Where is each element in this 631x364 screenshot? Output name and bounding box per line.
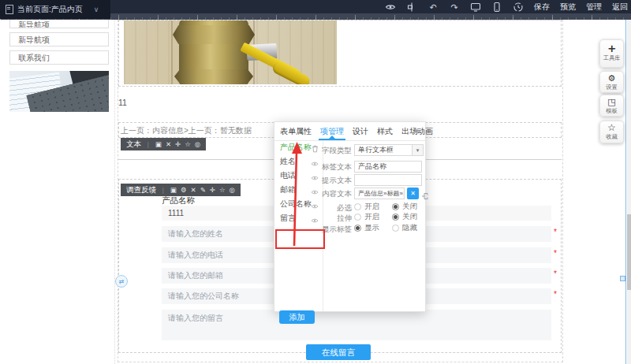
hint-text-input[interactable] bbox=[354, 174, 422, 186]
toolbar-separator: ｜ bbox=[160, 186, 166, 195]
favorites-button[interactable]: ☆ 收藏 bbox=[599, 121, 624, 143]
preview-button[interactable]: 预览 bbox=[560, 2, 576, 13]
editor-window: 当前页面:产品内页 ∨ ↶ ↷ 保存 预览 管理 返回 新导航项 新导航项 联系… bbox=[0, 0, 631, 364]
current-page-label: 当前页面:产品内页 bbox=[17, 4, 83, 15]
back-button[interactable]: 返回 bbox=[612, 2, 628, 13]
sidebar-laptop-image[interactable] bbox=[9, 71, 109, 112]
settings-button[interactable]: ⚙ 设置 bbox=[599, 71, 624, 93]
templates-button[interactable]: ◳ 模板 bbox=[599, 95, 624, 117]
required-mark: * bbox=[554, 290, 560, 299]
page-edge-guide bbox=[625, 20, 626, 364]
tool-library-button[interactable]: ＋ 工具库 bbox=[599, 39, 624, 68]
tab-item-management[interactable]: 项管理 bbox=[320, 122, 344, 140]
star-icon[interactable]: ☆ bbox=[185, 140, 191, 148]
nav-item-new[interactable]: 新导航项 bbox=[9, 32, 109, 46]
module-drag-handle[interactable]: ⇄ bbox=[115, 275, 128, 288]
page-icon bbox=[6, 5, 13, 14]
required-mark: * bbox=[554, 249, 560, 258]
add-field-button[interactable]: 添加 bbox=[279, 310, 315, 324]
topbar-actions: ↶ ↷ 保存 预览 管理 返回 bbox=[385, 0, 628, 13]
text-module-toolbar: 文本 ｜ ▣ ✕ ✛ ☆ ◎ bbox=[121, 138, 206, 150]
sidebar-divider bbox=[114, 20, 115, 364]
mobile-view-icon[interactable] bbox=[491, 2, 502, 13]
chevron-down-icon[interactable]: ▾ bbox=[412, 145, 423, 155]
message-textarea[interactable]: 请输入您的留言 bbox=[162, 310, 551, 340]
chevron-down-icon[interactable]: ∨ bbox=[94, 6, 99, 13]
panel-tabs: 表单属性 项管理 设计 样式 出场动画 bbox=[274, 122, 425, 141]
snap-guide-icon[interactable] bbox=[406, 2, 417, 13]
show-label-show-radio[interactable] bbox=[354, 225, 361, 232]
tab-style[interactable]: 样式 bbox=[377, 122, 393, 140]
toolbar-module-label: 调查反馈 bbox=[126, 185, 156, 195]
template-icon: ◳ bbox=[600, 97, 623, 107]
toolbar-module-label: 文本 bbox=[126, 139, 141, 150]
annotation-arrow bbox=[282, 140, 311, 251]
form-module-toolbar: 调查反馈 ｜ ▣ ⚙ ✕ ✎ ✛ ☆ ◎ bbox=[121, 184, 241, 196]
brass-valve-hex-collar-bottom bbox=[174, 69, 253, 84]
preview-eye-icon[interactable] bbox=[385, 2, 396, 13]
scrollbar-thumb[interactable] bbox=[627, 214, 631, 290]
move-icon[interactable]: ✛ bbox=[210, 186, 215, 194]
brass-valve-hex-collar bbox=[173, 25, 255, 44]
move-icon[interactable]: ✛ bbox=[175, 140, 181, 148]
valve-photo[interactable] bbox=[124, 20, 337, 84]
module-resize-handle[interactable] bbox=[620, 276, 625, 281]
gear-icon[interactable]: ⚙ bbox=[181, 186, 187, 194]
star-icon[interactable]: ☆ bbox=[219, 186, 226, 194]
close-icon[interactable]: ✕ bbox=[413, 126, 420, 135]
delete-icon[interactable]: ✕ bbox=[166, 140, 171, 148]
stretch-on-radio[interactable] bbox=[354, 214, 361, 221]
online-message-button[interactable]: 在线留言 bbox=[306, 344, 371, 360]
scrollbar-track[interactable] bbox=[627, 20, 631, 364]
required-off-radio[interactable] bbox=[392, 203, 399, 210]
field-type-select[interactable]: 单行文本框 ▾ bbox=[354, 144, 424, 156]
history-icon[interactable] bbox=[513, 2, 524, 13]
undo-icon[interactable]: ↶ bbox=[428, 2, 439, 13]
content-text-input[interactable]: 产品信息»标题»1111 bbox=[354, 188, 405, 199]
eye-icon[interactable]: ◎ bbox=[195, 140, 200, 148]
star-icon: ☆ bbox=[600, 123, 623, 133]
copy-icon[interactable]: ▣ bbox=[155, 140, 162, 148]
show-label-hide-radio[interactable] bbox=[392, 225, 399, 232]
plywood-seam bbox=[171, 20, 173, 84]
save-button[interactable]: 保存 bbox=[534, 2, 550, 13]
clear-content-button[interactable]: ✕ bbox=[407, 188, 419, 199]
copy-icon[interactable]: ▣ bbox=[170, 186, 177, 194]
toolbar-separator: ｜ bbox=[145, 140, 151, 149]
tab-design[interactable]: 设计 bbox=[353, 122, 368, 140]
redo-icon[interactable]: ↷ bbox=[449, 2, 460, 13]
current-page-selector[interactable]: 当前页面:产品内页 ∨ bbox=[0, 0, 110, 19]
text-block-11[interactable]: 11 bbox=[118, 98, 127, 107]
nav-item-contact[interactable]: 联系我们 bbox=[9, 50, 109, 65]
manage-button[interactable]: 管理 bbox=[586, 2, 602, 13]
required-mark: * bbox=[554, 228, 560, 236]
product-name-label: 产品名称 bbox=[162, 195, 195, 206]
tab-form-properties[interactable]: 表单属性 bbox=[280, 122, 312, 140]
plus-icon: ＋ bbox=[600, 42, 623, 54]
delete-icon[interactable]: ✕ bbox=[191, 186, 196, 194]
edit-icon[interactable]: ✎ bbox=[200, 186, 206, 194]
required-on-radio[interactable] bbox=[354, 203, 361, 210]
required-mark: * bbox=[554, 269, 560, 278]
stretch-off-radio[interactable] bbox=[392, 214, 399, 221]
eye-icon[interactable]: ◎ bbox=[230, 186, 235, 194]
desktop-view-icon[interactable] bbox=[470, 2, 481, 13]
label-text-input[interactable]: 产品名称 bbox=[354, 161, 422, 173]
gear-icon: ⚙ bbox=[600, 73, 623, 84]
